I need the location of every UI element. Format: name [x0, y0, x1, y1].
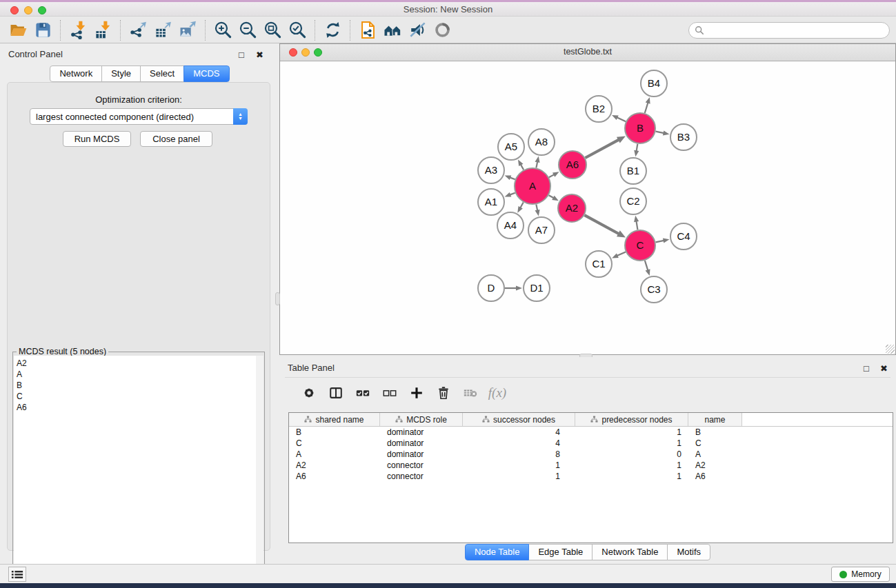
graph-node-A5[interactable]: A5 — [498, 134, 524, 160]
graph-edge-C-C3[interactable] — [645, 261, 650, 276]
column-header-MCDS-role[interactable]: MCDS role — [380, 413, 463, 426]
network-window-titlebar[interactable]: testGlobe.txt — [280, 44, 895, 61]
table-row[interactable]: A2connector11A2 — [289, 460, 893, 471]
home-button[interactable] — [380, 19, 405, 41]
graph-edge-B-B4[interactable] — [645, 97, 650, 113]
result-item[interactable]: A2 — [17, 358, 257, 369]
graph-node-A7[interactable]: A7 — [528, 217, 555, 243]
zoom-out-button[interactable] — [235, 19, 260, 41]
graph-edge-C-C1[interactable] — [612, 252, 626, 258]
mcds-result-list[interactable]: A2ABCA6 — [14, 356, 257, 588]
graph-node-B4[interactable]: B4 — [641, 70, 667, 97]
show-columns-button[interactable] — [324, 383, 348, 403]
table-row[interactable]: Bdominator41B — [289, 427, 893, 438]
result-item[interactable]: B — [17, 380, 257, 391]
graph-edge-A2-C[interactable] — [584, 215, 625, 237]
table-row[interactable]: A6connector11A6 — [289, 471, 893, 482]
task-history-button[interactable] — [8, 567, 26, 582]
graph-edge-A-A5[interactable] — [518, 159, 524, 170]
run-mcds-button[interactable]: Run MCDS — [63, 131, 131, 147]
graph-node-A8[interactable]: A8 — [528, 129, 555, 155]
export-table-button[interactable] — [150, 19, 175, 41]
tab-mcds[interactable]: MCDS — [183, 65, 229, 82]
tab-network-table[interactable]: Network Table — [592, 544, 668, 560]
result-item[interactable]: A6 — [17, 402, 257, 413]
tab-motifs[interactable]: Motifs — [667, 544, 710, 560]
graph-node-C2[interactable]: C2 — [620, 188, 646, 214]
network-canvas[interactable]: B4B2BB3A8A5A6B1A3AC2A1A2A4A7C4CC1DD1C3 — [280, 61, 895, 354]
refresh-button[interactable] — [320, 19, 345, 41]
graph-node-B3[interactable]: B3 — [670, 124, 697, 150]
graph-edge-A-A7[interactable] — [535, 204, 540, 216]
graph-edge-B-B2[interactable] — [612, 115, 626, 121]
search-input[interactable] — [708, 26, 880, 35]
tab-edge-table[interactable]: Edge Table — [528, 544, 593, 560]
graph-edge-A-A8[interactable] — [535, 156, 540, 168]
graph-node-A2[interactable]: A2 — [558, 194, 586, 222]
toggle-bird-view-button[interactable] — [430, 19, 455, 41]
graph-node-C3[interactable]: C3 — [641, 276, 667, 303]
graph-edge-A6-B[interactable] — [585, 136, 625, 158]
table-options-button[interactable] — [297, 383, 321, 403]
tab-style[interactable]: Style — [101, 65, 141, 82]
vertical-splitter-grip[interactable] — [275, 292, 280, 305]
tab-select[interactable]: Select — [140, 65, 184, 82]
result-item[interactable]: A — [17, 369, 257, 380]
graph-node-A1[interactable]: A1 — [478, 189, 504, 215]
graph-node-A6[interactable]: A6 — [559, 151, 586, 179]
result-item[interactable]: C — [17, 391, 257, 402]
result-list-scrollbar[interactable] — [256, 356, 263, 588]
close-table-panel-icon[interactable]: ✖ — [880, 363, 888, 374]
float-table-panel-icon[interactable]: □ — [864, 363, 869, 374]
close-panel-button[interactable]: Close panel — [140, 131, 212, 147]
column-header-name[interactable]: name — [688, 413, 742, 426]
graph-node-C4[interactable]: C4 — [670, 223, 697, 250]
zoom-in-button[interactable] — [210, 19, 235, 41]
window-titlebar[interactable]: Session: New Session — [0, 2, 896, 17]
hide-graphics-details-button[interactable] — [405, 19, 430, 41]
table-row[interactable]: Adominator80A — [289, 449, 893, 460]
graph-node-A4[interactable]: A4 — [497, 212, 524, 239]
graph-edge-A-A6[interactable] — [549, 172, 559, 177]
graph-node-C[interactable]: C — [625, 230, 655, 261]
close-panel-icon[interactable]: ✖ — [256, 50, 263, 60]
deselect-all-button[interactable] — [378, 383, 401, 403]
graph-node-A3[interactable]: A3 — [478, 157, 504, 183]
float-panel-icon[interactable]: □ — [239, 50, 244, 60]
window-resize-grip[interactable] — [886, 345, 895, 354]
export-network-button[interactable] — [126, 19, 150, 41]
graph-edge-C-C2[interactable] — [634, 216, 639, 230]
add-column-button[interactable] — [405, 383, 428, 403]
graph-node-B2[interactable]: B2 — [586, 96, 612, 122]
open-file-button[interactable] — [6, 19, 30, 41]
import-table-button[interactable] — [90, 19, 115, 41]
graph-edge-D-D1[interactable] — [505, 285, 522, 290]
graph-edge-C-C4[interactable] — [656, 239, 670, 243]
export-image-button[interactable] — [175, 19, 200, 41]
column-header-shared-name[interactable]: shared name — [289, 413, 380, 426]
search-box[interactable] — [688, 22, 890, 39]
import-network-button[interactable] — [66, 19, 90, 41]
zoom-selected-button[interactable] — [285, 19, 310, 41]
memory-button[interactable]: Memory — [831, 567, 890, 582]
graph-edge-A-A2[interactable] — [549, 195, 559, 201]
graph-node-A[interactable]: A — [515, 168, 550, 204]
tab-node-table[interactable]: Node Table — [465, 544, 530, 560]
criterion-dropdown[interactable]: largest connected component (directed) ▲… — [30, 108, 248, 125]
graph-edge-A-A3[interactable] — [505, 175, 515, 180]
graph-node-B[interactable]: B — [625, 113, 655, 143]
graph-node-D1[interactable]: D1 — [524, 275, 550, 301]
graph-edge-A-A4[interactable] — [517, 203, 524, 213]
graph-edge-B-B1[interactable] — [634, 144, 639, 157]
delete-columns-button[interactable] — [432, 383, 455, 403]
tab-network[interactable]: Network — [50, 65, 102, 82]
graph-edge-B-B3[interactable] — [656, 130, 670, 135]
network-file-button[interactable] — [355, 19, 380, 41]
table-row[interactable]: Cdominator41C — [289, 438, 893, 449]
column-header-predecessor-nodes[interactable]: predecessor nodes — [575, 413, 688, 426]
graph-node-D[interactable]: D — [478, 275, 504, 301]
save-session-button[interactable] — [30, 19, 55, 41]
graph-edge-A-A1[interactable] — [505, 192, 515, 197]
graph-node-C1[interactable]: C1 — [586, 251, 612, 277]
zoom-fit-button[interactable] — [260, 19, 285, 41]
